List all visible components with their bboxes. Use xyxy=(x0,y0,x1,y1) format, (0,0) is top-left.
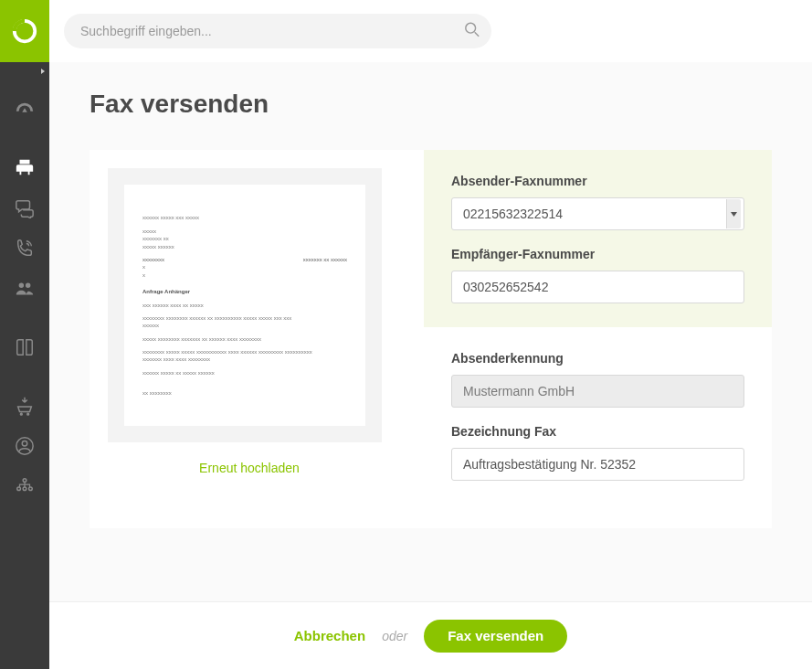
people-icon xyxy=(15,279,35,299)
chat-icon xyxy=(15,198,35,218)
reupload-link[interactable]: Erneut hochladen xyxy=(108,461,391,475)
sender-id-label: Absenderkennung xyxy=(451,351,744,366)
svg-point-6 xyxy=(29,487,33,491)
nav-contacts[interactable] xyxy=(0,269,49,309)
search-input[interactable] xyxy=(64,14,491,48)
fax-name-label: Bezeichnung Fax xyxy=(451,424,744,439)
phone-icon xyxy=(15,239,35,259)
page-title: Fax versenden xyxy=(90,90,772,119)
preview-column: ​xxxxxx xxxxx xxx xxxxx xxxxxxxxxxxx xxx… xyxy=(90,150,391,528)
form-column: Absender-Faxnummer 02215632322514 xyxy=(424,150,772,528)
document-page: ​xxxxxx xxxxx xxx xxxxx xxxxxxxxxxxx xxx… xyxy=(124,185,365,426)
svg-point-7 xyxy=(466,23,476,33)
brand-logo-icon xyxy=(11,17,38,45)
svg-point-3 xyxy=(23,479,26,483)
logo[interactable] xyxy=(0,0,49,62)
cancel-button[interactable]: Abbrechen xyxy=(294,628,365,643)
svg-point-2 xyxy=(22,441,27,447)
gauge-icon xyxy=(15,100,35,120)
sender-fax-select[interactable]: 02215632322514 xyxy=(451,197,744,230)
form-section-meta: Absenderkennung Bezeichnung Fax xyxy=(424,327,772,504)
cart-download-icon xyxy=(15,396,35,416)
fax-name-input[interactable] xyxy=(451,448,744,481)
sidebar-nav xyxy=(0,90,49,506)
sidebar xyxy=(0,0,49,669)
send-fax-button[interactable]: Fax versenden xyxy=(424,620,567,653)
search-icon xyxy=(464,22,480,38)
svg-point-5 xyxy=(23,487,26,491)
nav-dashboard[interactable] xyxy=(0,90,49,130)
org-icon xyxy=(15,476,35,496)
chevron-right-icon xyxy=(39,68,47,75)
sender-fax-label: Absender-Faxnummer xyxy=(451,174,744,188)
or-separator: oder xyxy=(382,629,407,643)
recipient-fax-label: Empfänger-Faxnummer xyxy=(451,247,744,261)
document-preview[interactable]: ​xxxxxx xxxxx xxx xxxxx xxxxxxxxxxxx xxx… xyxy=(108,168,382,442)
nav-team[interactable] xyxy=(0,466,49,506)
fax-form-card: ​xxxxxx xxxxx xxx xxxxx xxxxxxxxxxxx xxx… xyxy=(90,150,772,528)
nav-calls[interactable] xyxy=(0,228,49,269)
book-icon xyxy=(15,337,35,357)
doc-subject: Anfrage Anhänger xyxy=(142,288,347,295)
user-circle-icon xyxy=(15,436,35,456)
form-section-numbers: Absender-Faxnummer 02215632322514 xyxy=(424,150,772,327)
sidebar-expand-toggle[interactable] xyxy=(36,64,50,79)
nav-shop[interactable] xyxy=(0,386,49,426)
recipient-fax-input[interactable] xyxy=(451,271,744,303)
nav-account[interactable] xyxy=(0,426,49,466)
nav-fax[interactable] xyxy=(0,148,49,188)
search-button[interactable] xyxy=(464,22,480,41)
svg-line-8 xyxy=(475,32,480,37)
nav-chat[interactable] xyxy=(0,188,49,228)
printer-icon xyxy=(15,158,35,178)
svg-point-4 xyxy=(17,487,21,491)
nav-documents[interactable] xyxy=(0,327,49,367)
main-area: Fax versenden ​xxxxxx xxxxx xxx xxxxx xx… xyxy=(49,0,812,669)
topbar xyxy=(49,0,812,62)
footer-actions: Abbrechen oder Fax versenden xyxy=(49,601,812,669)
sender-id-input xyxy=(451,375,744,408)
